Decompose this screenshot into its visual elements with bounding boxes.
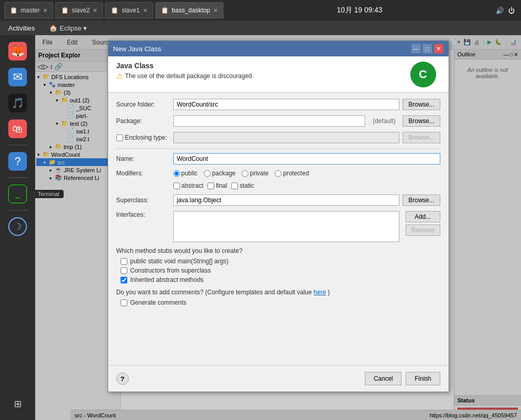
dock-firefox[interactable]: 🦊	[6, 39, 29, 63]
modifier-public-option[interactable]: public	[173, 170, 198, 177]
name-row: Name:	[116, 153, 440, 164]
name-input[interactable]	[173, 153, 440, 164]
taskbar: 📋 master ✕ 📋 slave2 ✕ 📋 slave1 ✕ 📋 bass_…	[0, 0, 521, 21]
interfaces-add-button[interactable]: Add...	[406, 211, 440, 222]
modifier-private-radio[interactable]	[242, 170, 248, 177]
activities-button[interactable]: Activities	[0, 21, 43, 35]
modifier-static-checkbox[interactable]	[231, 183, 238, 189]
help-button[interactable]: ?	[116, 372, 129, 385]
modifier-private-option[interactable]: private	[242, 170, 269, 177]
comments-link[interactable]: here	[314, 289, 326, 296]
modifier-protected-radio[interactable]	[275, 170, 281, 177]
source-folder-browse-button[interactable]: Browse...	[403, 99, 440, 110]
modifier-package-radio[interactable]	[204, 170, 211, 177]
enclosing-type-input[interactable]	[173, 132, 400, 143]
package-input[interactable]	[173, 115, 366, 127]
dialog-body: Java Class ⚠ The use of the default pack…	[108, 56, 449, 365]
superclass-browse-button[interactable]: Browse...	[403, 194, 440, 206]
dialog-section-header: Java Class ⚠ The use of the default pack…	[108, 56, 449, 93]
tab-master[interactable]: 📋 master ✕	[4, 2, 53, 19]
modifier-public-radio[interactable]	[173, 170, 180, 177]
modifier-protected-option[interactable]: protected	[275, 170, 309, 177]
stub2-checkbox[interactable]	[121, 267, 127, 274]
tab-master-icon: 📋	[10, 7, 18, 14]
dock-sep3	[7, 210, 28, 211]
modifiers-options: public package private protected	[173, 170, 314, 177]
dock-thunderbird[interactable]: ✉	[6, 65, 29, 89]
comments-section: Do you want to add comments? (Configure …	[116, 289, 440, 306]
modifier-abstract-label: abstract	[182, 182, 204, 189]
taskbar-right: 🔊 ⏻	[496, 7, 521, 14]
tab-bass-close[interactable]: ✕	[213, 7, 218, 14]
generate-comments-checkbox[interactable]	[121, 299, 127, 306]
enclosing-type-label: Enclosing type:	[125, 134, 167, 141]
dock-help[interactable]: ?	[6, 149, 29, 173]
java-class-logo: C	[410, 62, 436, 87]
dock-grid[interactable]: ⊞	[6, 392, 29, 416]
tab-master-label: master	[21, 7, 40, 14]
tab-slave2-close[interactable]: ✕	[93, 7, 97, 14]
modifier-abstract-checkbox[interactable]	[173, 183, 180, 189]
modifier-static-label: static	[240, 182, 254, 189]
dock-sep2	[7, 177, 28, 178]
generate-comments-label: Generate comments	[130, 299, 187, 306]
enclosing-type-row: Enclosing type: Browse...	[116, 132, 440, 143]
dock-terminal[interactable]: _ Terminal	[6, 182, 29, 206]
dialog-title: New Java Class	[113, 45, 161, 53]
comments-text-after: )	[328, 289, 330, 296]
dock-appstore[interactable]: 🛍	[6, 117, 29, 141]
name-label: Name:	[116, 155, 173, 162]
modifier-protected-label: protected	[283, 170, 309, 177]
source-folder-input-area: Browse...	[173, 99, 440, 110]
stub1-checkbox[interactable]	[121, 258, 127, 265]
dialog-maximize-button[interactable]: □	[423, 44, 432, 53]
generate-comments-option[interactable]: Generate comments	[116, 299, 440, 306]
dialog-footer: ? Cancel Finish	[108, 365, 449, 392]
dock-music[interactable]: 🎵	[6, 91, 29, 115]
source-folder-input[interactable]	[173, 99, 400, 110]
tab-slave2[interactable]: 📋 slave2 ✕	[55, 2, 103, 19]
package-browse-button[interactable]: Browse...	[403, 115, 440, 127]
dock-eclipse[interactable]: ☽	[6, 215, 29, 238]
dialog-overlay: New Java Class — □ ✕ Java Class ⚠ The us…	[35, 35, 521, 420]
modifier-abstract-option[interactable]: abstract	[173, 182, 204, 189]
dialog-close-button[interactable]: ✕	[434, 44, 443, 53]
interfaces-buttons: Add... Remove	[406, 211, 440, 236]
finish-button[interactable]: Finish	[406, 372, 440, 385]
modifier-package-label: package	[212, 170, 235, 177]
name-input-area	[173, 153, 440, 164]
superclass-input[interactable]	[173, 194, 400, 206]
interfaces-remove-button[interactable]: Remove	[406, 224, 440, 236]
dialog-section-title: Java Class	[116, 62, 254, 70]
stub2-option[interactable]: Constructors from superclass	[116, 267, 440, 274]
tab-slave1-close[interactable]: ✕	[143, 7, 147, 14]
taskbar-tabs: 📋 master ✕ 📋 slave2 ✕ 📋 slave1 ✕ 📋 bass_…	[0, 2, 224, 19]
cancel-button[interactable]: Cancel	[365, 372, 401, 385]
modifier-package-option[interactable]: package	[204, 170, 235, 177]
tab-slave2-label: slave2	[72, 7, 90, 14]
stub3-checkbox[interactable]	[121, 277, 127, 283]
modifier-private-label: private	[250, 170, 269, 177]
stub3-option[interactable]: Inherited abstract methods	[116, 276, 440, 283]
modifier-final-checkbox[interactable]	[207, 183, 214, 189]
activities-bar: Activities 🏠 Eclipse ▾	[0, 21, 521, 35]
tab-bass-dasktop[interactable]: 📋 bass_dasktop ✕	[155, 2, 224, 19]
enclosing-type-browse-button[interactable]: Browse...	[403, 132, 440, 143]
modifiers-row: Modifiers: public package private	[116, 170, 440, 177]
modifier-static-option[interactable]: static	[231, 182, 254, 189]
eclipse-button[interactable]: 🏠 Eclipse ▾	[43, 21, 93, 35]
dialog-minimize-button[interactable]: —	[411, 44, 421, 53]
modifier-final-option[interactable]: final	[207, 182, 227, 189]
stub1-option[interactable]: public static void main(String[] args)	[116, 258, 440, 265]
stubs-section: Which method stubs would you like to cre…	[116, 247, 440, 283]
enclosing-type-checkbox[interactable]	[116, 134, 123, 141]
form-separator	[116, 148, 440, 149]
tab-master-close[interactable]: ✕	[43, 7, 48, 14]
dock-sep1	[7, 145, 28, 145]
tab-slave1[interactable]: 📋 slave1 ✕	[105, 2, 153, 19]
interfaces-textarea[interactable]	[173, 211, 399, 242]
warning-text: The use of the default package is discou…	[125, 72, 254, 80]
new-java-class-dialog: New Java Class — □ ✕ Java Class ⚠ The us…	[108, 40, 449, 392]
package-input-area: (default) Browse...	[173, 115, 440, 127]
interfaces-row: Interfaces: Add... Remove	[116, 211, 440, 242]
